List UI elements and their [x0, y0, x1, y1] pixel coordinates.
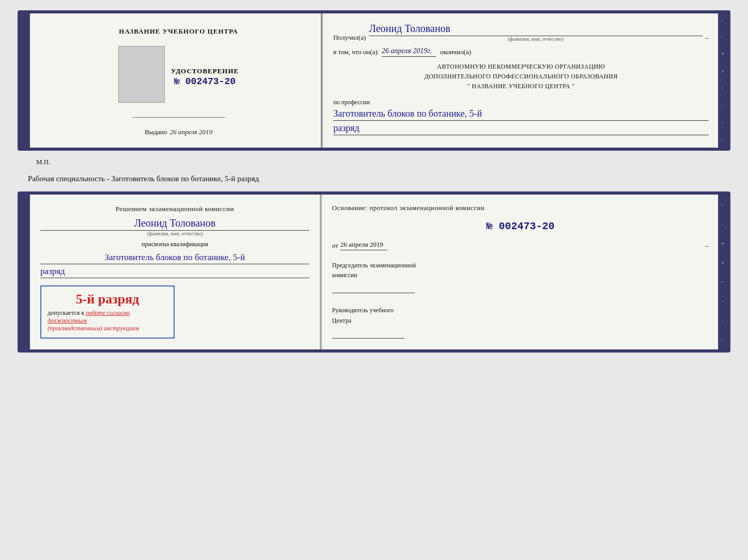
vtom-block: в том, что он(а) 26 апреля 2019г. окончи…: [333, 47, 709, 57]
udost-label: УДОСТОВЕРЕНИЕ: [171, 67, 239, 75]
professiya-name: Заготовитель блоков по ботанике, 5-й: [333, 108, 709, 121]
org-block: АВТОНОМНУЮ НЕКОММЕРЧЕСКУЮ ОРГАНИЗАЦИЮ ДО…: [333, 62, 709, 92]
rukovoditel-label: Руководитель учебного Центра: [332, 306, 709, 325]
right-spine-bottom: – – и а ← – – –: [718, 195, 727, 349]
dash-top: –: [706, 34, 709, 42]
resheniem-label: Решением экзаменационной комиссии: [40, 205, 309, 213]
dopuskaetsya-text2: (производственным) инструкциям: [48, 325, 167, 332]
okonchil-label: окончил(а): [440, 48, 471, 56]
bottom-fio-label: (фамилия, имя, отчество): [40, 231, 309, 236]
po-professii-label: по профессии: [333, 99, 370, 106]
osnovaniye-label: Основание: протокол экзаменационной коми…: [332, 204, 709, 212]
vydano-line: Выдано 26 апреля 2019: [145, 128, 212, 136]
predsedatel-line2: комиссии: [332, 271, 357, 279]
bottom-qualification-block: Заготовитель блоков по ботанике, 5-й раз…: [40, 252, 309, 278]
rukovoditel-signature-line: [332, 338, 404, 339]
separator-line-1: [132, 117, 225, 118]
left-spine-bottom: [21, 195, 30, 349]
left-spine-top: [21, 13, 30, 148]
dopuskaetsya-block: допускается к работе согласно должностны…: [48, 309, 167, 332]
po-professii-block: по профессии Заготовитель блоков по бота…: [333, 97, 709, 135]
ot-dash: –: [706, 242, 709, 250]
poluchil-label: Получил(а): [333, 34, 366, 42]
protocol-number: № 002473-20: [332, 220, 709, 232]
rukovoditel-line1: Руководитель учебного: [332, 307, 394, 314]
predsedatel-block: Председатель экзаменационной комиссии: [332, 261, 709, 293]
predsedatel-signature-line: [332, 293, 415, 293]
predsedatel-line1: Председатель экзаменационной: [332, 262, 416, 269]
top-left-content: НАЗВАНИЕ УЧЕБНОГО ЦЕНТРА УДОСТОВЕРЕНИЕ №…: [118, 26, 239, 137]
bottom-name-block: Леонид Толованов (фамилия, имя, отчество…: [40, 217, 309, 236]
bottom-qualification: Заготовитель блоков по ботанике, 5-й: [40, 252, 309, 264]
mp-label: М.П.: [36, 158, 50, 166]
org-line3: " НАЗВАНИЕ УЧЕБНОГО ЦЕНТРА ": [333, 82, 709, 91]
vydano-label: Выдано: [145, 128, 167, 136]
vtom-date: 26 апреля 2019г.: [382, 47, 436, 57]
top-left-title: НАЗВАНИЕ УЧЕБНОГО ЦЕНТРА: [119, 27, 238, 36]
stamp-box: 5-й разряд допускается к работе согласно…: [40, 285, 175, 339]
dopuskaetsya-prefix: допускается к: [48, 309, 84, 316]
ot-block: от 26 апреля 2019 –: [332, 241, 709, 250]
ot-date: 26 апреля 2019: [340, 241, 387, 250]
razryad-top: разряд: [333, 123, 709, 135]
vtom-prefix: в том, что он(а): [333, 48, 378, 56]
udost-number: № 002473-20: [171, 76, 239, 87]
bottom-document-card: Решением экзаменационной комиссии Леонид…: [18, 191, 730, 353]
bottom-doc-left-panel: Решением экзаменационной комиссии Леонид…: [30, 195, 321, 349]
separator-label: Рабочая специальность - Заготовитель бло…: [10, 172, 738, 185]
page-container: НАЗВАНИЕ УЧЕБНОГО ЦЕНТРА УДОСТОВЕРЕНИЕ №…: [10, 10, 738, 353]
poluchil-name: Леонид Толованов: [369, 23, 702, 36]
udost-block: УДОСТОВЕРЕНИЕ № 002473-20: [171, 67, 239, 87]
top-left-middle: УДОСТОВЕРЕНИЕ № 002473-20: [118, 46, 239, 103]
rukovoditel-line2: Центра: [332, 317, 351, 324]
poluchil-name-block: Леонид Толованов (фамилия, имя, отчество…: [369, 23, 702, 42]
top-doc-left-panel: НАЗВАНИЕ УЧЕБНОГО ЦЕНТРА УДОСТОВЕРЕНИЕ №…: [30, 13, 322, 148]
poluchil-block: Получил(а) Леонид Толованов (фамилия, им…: [333, 23, 709, 42]
ot-prefix: от: [332, 242, 338, 250]
bottom-doc-right-panel: Основание: протокол экзаменационной коми…: [322, 195, 727, 349]
predsedatel-label: Председатель экзаменационной комиссии: [332, 261, 709, 280]
stamp-razryad: 5-й разряд: [48, 292, 167, 307]
rukovoditel-block: Руководитель учебного Центра: [332, 306, 709, 338]
bottom-razryad: разряд: [40, 266, 309, 278]
vydano-date: 26 апреля 2019: [170, 128, 212, 136]
org-line2: ДОПОЛНИТЕЛЬНОГО ПРОФЕССИОНАЛЬНОГО ОБРАЗО…: [333, 72, 709, 82]
top-document-card: НАЗВАНИЕ УЧЕБНОГО ЦЕНТРА УДОСТОВЕРЕНИЕ №…: [18, 10, 730, 151]
right-spine-top: – – и а ← – – –: [718, 13, 727, 148]
org-line1: АВТОНОМНУЮ НЕКОММЕРЧЕСКУЮ ОРГАНИЗАЦИЮ: [333, 62, 709, 72]
prisvoena-label: присвоена квалификация: [40, 241, 309, 248]
mp-area: М.П.: [10, 157, 738, 166]
fio-label-top: (фамилия, имя, отчество): [369, 36, 702, 42]
top-doc-right-panel: Получил(а) Леонид Толованов (фамилия, им…: [323, 13, 727, 148]
photo-placeholder: [118, 46, 165, 103]
bottom-person-name: Леонид Толованов: [40, 217, 309, 231]
